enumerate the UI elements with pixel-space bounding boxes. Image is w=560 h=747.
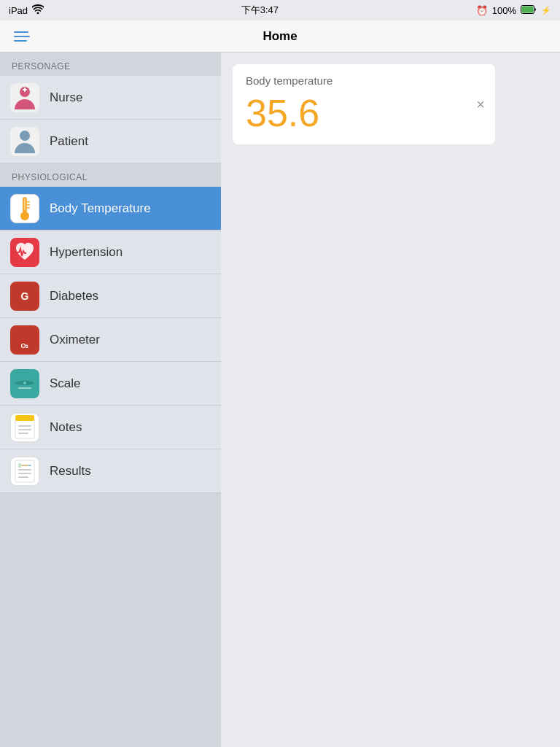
time-display: 下午3:47 [241,4,279,17]
diabetes-label: Diabetes [50,289,98,303]
svg-rect-21 [18,425,31,427]
sidebar-item-scale[interactable]: Scale [0,362,221,406]
notes-icon [10,413,39,442]
svg-point-5 [20,131,30,141]
content-area: Body temperature 35.6 × [221,53,560,747]
svg-rect-19 [15,418,34,438]
sidebar: PERSONAGE Nurse Patient [0,53,221,747]
hamburger-line-2 [14,36,30,37]
svg-rect-11 [27,207,30,209]
wifi-icon [32,4,44,16]
section-personage-label: PERSONAGE [0,53,221,76]
scale-icon [10,369,39,398]
hamburger-line-3 [14,40,27,42]
svg-point-18 [23,382,26,384]
status-right: ⏰ 100% ⚡ [476,5,551,16]
charging-icon: ⚡ [541,6,551,15]
temperature-card-label: Body temperature [246,74,482,87]
menu-button[interactable] [9,23,35,50]
scale-label: Scale [50,376,81,391]
patient-icon [10,127,39,156]
main-layout: PERSONAGE Nurse Patient [0,53,560,747]
battery-label: 100% [492,5,516,16]
svg-rect-24 [15,460,34,482]
close-button[interactable]: × [476,96,485,113]
svg-rect-29 [18,476,28,478]
status-bar: iPad 下午3:47 ⏰ 100% ⚡ [0,0,560,20]
svg-rect-22 [18,429,31,430]
svg-point-7 [20,212,29,220]
patient-label: Patient [50,134,88,149]
svg-rect-4 [24,88,26,92]
temperature-card: Body temperature 35.6 × [233,64,495,144]
oximeter-label: Oximeter [50,333,100,347]
sidebar-item-hypertension[interactable]: Hypertension [0,231,221,274]
sidebar-item-results[interactable]: Results [0,449,221,493]
svg-rect-28 [18,473,31,474]
temperature-value: 35.6 [246,93,319,134]
sidebar-item-body-temperature[interactable]: Body Temperature [0,187,221,231]
svg-rect-27 [18,469,31,471]
svg-rect-20 [15,415,34,421]
hamburger-icon [14,31,30,42]
svg-rect-23 [18,433,28,434]
svg-rect-9 [27,201,30,203]
page-title: Home [262,29,297,44]
sidebar-item-notes[interactable]: Notes [0,406,221,449]
svg-rect-17 [18,387,31,389]
svg-rect-30 [18,463,21,468]
heartbeat-icon [10,238,39,267]
nurse-icon [10,83,39,112]
results-label: Results [50,464,91,479]
results-icon [10,457,39,486]
sidebar-item-oximeter[interactable]: O₂ Oximeter [0,318,221,362]
nav-bar: Home [0,20,560,53]
notes-label: Notes [50,420,82,435]
oxygen-icon: O₂ [10,325,39,355]
hamburger-line-1 [14,31,28,33]
sidebar-item-diabetes[interactable]: G Diabetes [0,274,221,318]
svg-rect-1 [522,6,534,12]
svg-rect-10 [27,204,30,206]
status-left: iPad [9,4,44,16]
sidebar-item-nurse[interactable]: Nurse [0,76,221,120]
thermometer-icon [10,194,39,223]
alarm-icon: ⏰ [476,5,488,16]
nurse-label: Nurse [50,90,82,105]
body-temperature-label: Body Temperature [50,201,151,216]
device-label: iPad [9,5,28,16]
svg-text:O₂: O₂ [20,342,28,349]
hypertension-label: Hypertension [50,245,122,260]
svg-rect-8 [24,198,26,210]
section-physiological-label: PHYSIOLOGICAL [0,163,221,187]
svg-text:G: G [21,290,29,302]
battery-icon [521,5,537,16]
glucose-icon: G [10,282,39,311]
sidebar-item-patient[interactable]: Patient [0,120,221,163]
